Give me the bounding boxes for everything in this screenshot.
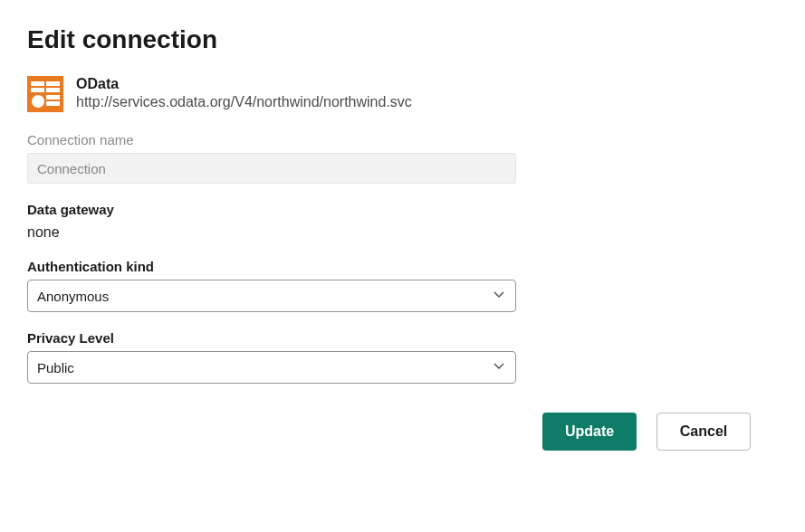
connection-header: OData http://services.odata.org/V4/north… <box>27 76 778 112</box>
connection-name-group: Connection name <box>27 132 516 184</box>
connection-name-input[interactable] <box>27 153 516 184</box>
svg-rect-4 <box>46 88 60 92</box>
authentication-kind-label: Authentication kind <box>27 259 516 274</box>
privacy-level-group: Privacy Level Public <box>27 330 516 384</box>
svg-rect-6 <box>46 95 60 100</box>
svg-rect-2 <box>46 81 60 86</box>
connection-type: OData <box>76 76 412 92</box>
cancel-button[interactable]: Cancel <box>656 413 751 451</box>
connection-name-label: Connection name <box>27 132 516 147</box>
connection-url: http://services.odata.org/V4/northwind/n… <box>76 94 412 110</box>
svg-point-5 <box>32 95 44 108</box>
svg-rect-3 <box>31 88 44 92</box>
svg-rect-7 <box>46 101 60 106</box>
action-buttons: Update Cancel <box>27 413 778 451</box>
authentication-kind-group: Authentication kind Anonymous <box>27 259 516 312</box>
authentication-kind-value: Anonymous <box>37 289 109 304</box>
svg-rect-1 <box>31 81 44 86</box>
privacy-level-select[interactable]: Public <box>27 351 516 384</box>
data-gateway-value: none <box>27 223 516 241</box>
privacy-level-value: Public <box>37 360 74 375</box>
data-gateway-label: Data gateway <box>27 202 516 217</box>
odata-table-icon <box>27 76 63 112</box>
data-gateway-group: Data gateway none <box>27 202 516 241</box>
page-title: Edit connection <box>27 25 778 54</box>
privacy-level-label: Privacy Level <box>27 330 516 346</box>
update-button[interactable]: Update <box>542 413 637 451</box>
authentication-kind-select[interactable]: Anonymous <box>27 280 516 312</box>
